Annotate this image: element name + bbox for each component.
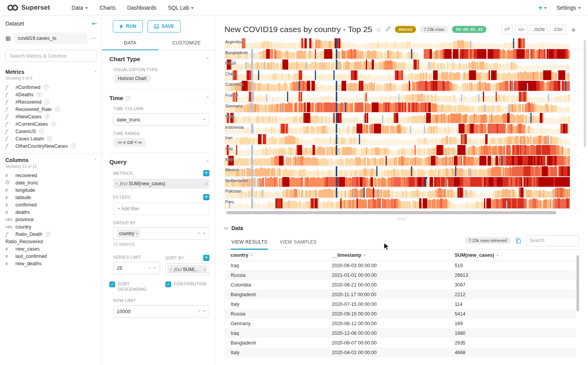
results-column-header[interactable]: __timestamp▲▼	[326, 250, 449, 261]
metric-item[interactable]: ƒ#Deaths?	[5, 91, 97, 98]
copy-data-icon[interactable]	[515, 238, 521, 244]
altered-badge[interactable]: Altered	[395, 26, 416, 33]
collapse-columns-icon[interactable]: ⌃	[94, 159, 97, 162]
tab-customize[interactable]: CUSTOMIZE	[158, 36, 215, 50]
collapse-section-icon[interactable]: ⌃	[206, 160, 209, 165]
chart-horizontal-scrollbar[interactable]	[226, 211, 556, 214]
metric-item[interactable]: ƒ#NewCases?	[5, 113, 97, 120]
collapse-panel-icon[interactable]: ⇤	[92, 20, 97, 27]
table-row[interactable]: Bangladesh2020-06-07 00:00:002635	[224, 338, 576, 348]
horizon-row[interactable]: Pakistan	[224, 188, 579, 198]
edit-properties-icon[interactable]	[386, 26, 391, 33]
horizon-row[interactable]: Colombia	[224, 81, 579, 92]
table-row[interactable]: Colombia2020-06-21 00:00:003067	[224, 280, 576, 290]
clear-icon[interactable]: ×	[198, 309, 201, 314]
column-item[interactable]: Ratio_Recovered	[5, 238, 97, 245]
results-search-input[interactable]	[526, 235, 579, 246]
horizon-row[interactable]: Indonesia	[224, 124, 579, 135]
column-item[interactable]: #confirmed	[5, 201, 97, 208]
horizon-row[interactable]: Bangladesh	[224, 49, 579, 60]
row-limit-select[interactable]: 10000 ×	[113, 305, 209, 317]
save-button[interactable]: SAVE	[148, 20, 181, 32]
metric-item[interactable]: ƒ#Recovered?	[5, 98, 97, 106]
sort-icon[interactable]: ▲▼	[363, 254, 366, 257]
horizon-row[interactable]: Germany	[224, 102, 579, 113]
clear-icon[interactable]: ×	[148, 265, 151, 271]
tab-data[interactable]: DATA	[102, 36, 158, 50]
tab-view-samples[interactable]: VIEW SAMPLES	[279, 235, 318, 249]
column-item[interactable]: ƒRatio_Death?	[5, 230, 97, 238]
metric-chip[interactable]: × ƒ(x) SUM(new_cases) >	[113, 179, 209, 189]
panel-resize-handle[interactable]	[397, 217, 407, 221]
help-icon[interactable]: ?	[47, 136, 52, 141]
new-menu-button[interactable]: +	[538, 4, 547, 11]
metric-item[interactable]: ƒ#Confirmed?	[5, 84, 97, 91]
horizon-row[interactable]: Chile	[224, 70, 579, 81]
horizon-row[interactable]: India	[224, 113, 579, 124]
nav-item-sqllab[interactable]: SQL Lab	[168, 5, 194, 11]
viz-type-value[interactable]: Horizon Chart	[113, 74, 151, 83]
chevron-right-icon[interactable]: >	[204, 181, 208, 186]
horizon-row[interactable]: Argentina	[224, 38, 579, 49]
remove-metric-icon[interactable]: ×	[116, 181, 118, 186]
table-row[interactable]: Germany2020-06-12 00:00:00169	[224, 319, 576, 328]
time-range-value[interactable]: -∞ ≤ col < ∞	[113, 138, 145, 147]
nav-item-dashboards[interactable]: Dashboards	[127, 5, 156, 11]
sort-icon[interactable]: ▲▼	[496, 254, 499, 257]
table-row[interactable]: Russia2021-01-01 00:00:0026613	[224, 270, 576, 280]
collapse-section-icon[interactable]: ⌃	[206, 96, 209, 101]
dataset-options-icon[interactable]: ···	[90, 35, 97, 41]
sort-descending-checkbox[interactable]: ✓ SORT DESCENDING	[109, 281, 160, 292]
help-icon[interactable]: ?	[51, 121, 56, 126]
table-row[interactable]: Italy2020-04-02 00:00:004668	[224, 348, 576, 357]
horizon-row[interactable]: Iraq	[224, 145, 579, 156]
column-item[interactable]: #deaths	[5, 208, 97, 216]
help-icon[interactable]: ?	[44, 85, 49, 90]
chart-menu-icon[interactable]: ≡	[568, 25, 579, 34]
table-row[interactable]: Iraq2020-06-03 00:00:00519	[224, 261, 576, 270]
table-row[interactable]: Bangladesh2020-11-17 00:00:002212	[224, 290, 576, 299]
superset-brand[interactable]: Superset	[7, 4, 50, 12]
column-item[interactable]: #last_confirmed	[5, 252, 97, 260]
help-icon[interactable]: ?	[71, 143, 76, 148]
help-icon[interactable]: ?	[39, 129, 44, 134]
group-by-chip[interactable]: country ×	[117, 229, 140, 238]
horizon-row[interactable]: Netherlands	[224, 177, 579, 188]
sort-by-select[interactable]: × ƒ(x) SUM(... >	[165, 263, 209, 276]
add-sort-by-button[interactable]: +	[203, 255, 209, 261]
collapse-metrics-icon[interactable]: ⌃	[94, 70, 97, 74]
group-by-select[interactable]: country × ×	[113, 227, 209, 240]
table-vertical-scrollbar[interactable]	[576, 255, 579, 311]
column-item[interactable]: ABCcountry	[5, 223, 97, 230]
horizon-row[interactable]: Iran	[224, 134, 579, 145]
sort-icon[interactable]: ▲▼	[250, 254, 253, 257]
metric-item[interactable]: ƒRecovered_Rate?	[5, 106, 97, 113]
export-csv-button[interactable]: .CSV	[550, 25, 566, 34]
column-item[interactable]: #longitude	[5, 186, 97, 194]
chart-vertical-scrollbar[interactable]	[584, 40, 586, 147]
horizon-row[interactable]: Italy	[224, 156, 579, 167]
data-section-toggle[interactable]: Data	[224, 225, 579, 231]
column-item[interactable]: #recovered	[5, 172, 97, 179]
tab-view-results[interactable]: VIEW RESULTS	[231, 235, 268, 249]
column-item[interactable]: #new_deaths	[5, 260, 97, 267]
column-item[interactable]: #latitude	[5, 194, 97, 201]
copy-link-button[interactable]	[501, 25, 513, 34]
nav-item-data[interactable]: Data	[71, 5, 88, 11]
column-item[interactable]: ABCprovince	[5, 216, 97, 223]
nav-item-charts[interactable]: Charts	[100, 5, 116, 11]
horizon-row[interactable]: Peru	[224, 198, 579, 209]
collapse-section-icon[interactable]: ⌃	[206, 57, 209, 62]
dataset-name[interactable]: covid19.cases_ts	[14, 32, 87, 44]
add-filter-button[interactable]: +	[203, 194, 209, 200]
export-json-button[interactable]: .JSON	[530, 25, 548, 34]
clear-icon[interactable]: ×	[198, 231, 201, 236]
metric-item[interactable]: ƒOtherCountryNewCases?	[5, 142, 97, 150]
help-icon[interactable]: ?	[37, 92, 42, 97]
metric-item[interactable]: ƒ#CurrentCases?	[5, 120, 97, 128]
run-button[interactable]: RUN	[113, 20, 143, 32]
help-icon[interactable]: ?	[46, 232, 51, 237]
horizon-row[interactable]: Brazil	[224, 60, 579, 70]
metric-item[interactable]: ƒCases Latam?	[5, 135, 97, 142]
column-item[interactable]: date_trunc	[5, 179, 97, 186]
